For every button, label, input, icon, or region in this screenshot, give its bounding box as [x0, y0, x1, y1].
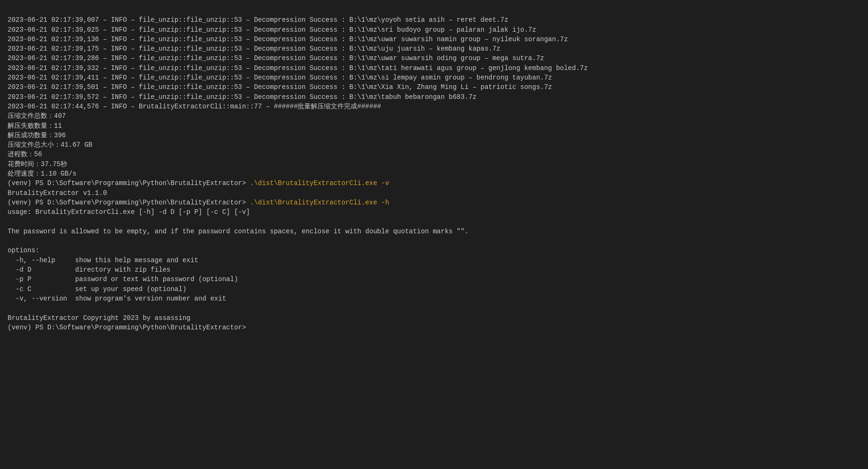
terminal-line: -d D directory with zip files [8, 265, 860, 274]
terminal-line [8, 236, 860, 246]
terminal-line: 进程数：56 [8, 150, 860, 159]
terminal-line: 2023-06-21 02:17:39,332 – INFO – file_un… [8, 63, 860, 73]
command-text: .\dist\BrutalityExtractorCli.exe -v [250, 179, 389, 187]
terminal-line: BrutalityExtractor Copyright 2023 by ass… [8, 313, 860, 323]
terminal-line: -v, --version show program's version num… [8, 294, 860, 303]
terminal-line: (venv) PS D:\Software\Programming\Python… [8, 323, 860, 332]
terminal-line: -p P password or text with password (opt… [8, 274, 860, 284]
prompt-text: (venv) PS D:\Software\Programming\Python… [8, 324, 250, 331]
prompt-text: (venv) PS D:\Software\Programming\Python… [8, 179, 250, 187]
terminal-line: 2023-06-21 02:17:39,572 – INFO – file_un… [8, 92, 860, 102]
terminal-line: 2023-06-21 02:17:39,411 – INFO – file_un… [8, 73, 860, 82]
terminal-line: (venv) PS D:\Software\Programming\Python… [8, 178, 860, 188]
terminal-line [8, 303, 860, 313]
terminal-line: options: [8, 246, 860, 255]
terminal-line: 2023-06-21 02:17:39,007 – INFO – file_un… [8, 15, 860, 25]
terminal-line: 2023-06-21 02:17:39,501 – INFO – file_un… [8, 82, 860, 92]
terminal-line: 压缩文件总数：407 [8, 111, 860, 121]
terminal-line: 处理速度：1.10 GB/s [8, 169, 860, 178]
terminal-line: -h, --help show this help message and ex… [8, 256, 860, 265]
terminal-line: 2023-06-21 02:17:44,576 – INFO – Brutali… [8, 102, 860, 111]
terminal-line [8, 217, 860, 227]
terminal-line: 解压成功数量：396 [8, 131, 860, 140]
terminal-line: BrutalityExtractor v1.1.0 [8, 188, 860, 198]
command-text: .\dist\BrutalityExtractorCli.exe -h [250, 199, 389, 206]
terminal-line: 解压失败数量：11 [8, 121, 860, 131]
terminal-line: -c C set up your speed (optional) [8, 284, 860, 294]
prompt-text: (venv) PS D:\Software\Programming\Python… [8, 199, 250, 206]
terminal-line: 2023-06-21 02:17:39,025 – INFO – file_un… [8, 25, 860, 35]
terminal-output: 2023-06-21 02:17:39,007 – INFO – file_un… [8, 6, 860, 332]
terminal-line: 花费时间：37.75秒 [8, 159, 860, 169]
terminal-line: (venv) PS D:\Software\Programming\Python… [8, 198, 860, 207]
terminal-line: 2023-06-21 02:17:39,286 – INFO – file_un… [8, 53, 860, 63]
terminal-line: usage: BrutalityExtractorCli.exe [-h] -d… [8, 207, 860, 217]
terminal-line: 压缩文件总大小：41.67 GB [8, 140, 860, 150]
terminal-line: The password is allowed to be empty, and… [8, 227, 860, 236]
terminal-line: 2023-06-21 02:17:39,175 – INFO – file_un… [8, 44, 860, 53]
terminal-line: 2023-06-21 02:17:39,136 – INFO – file_un… [8, 35, 860, 44]
